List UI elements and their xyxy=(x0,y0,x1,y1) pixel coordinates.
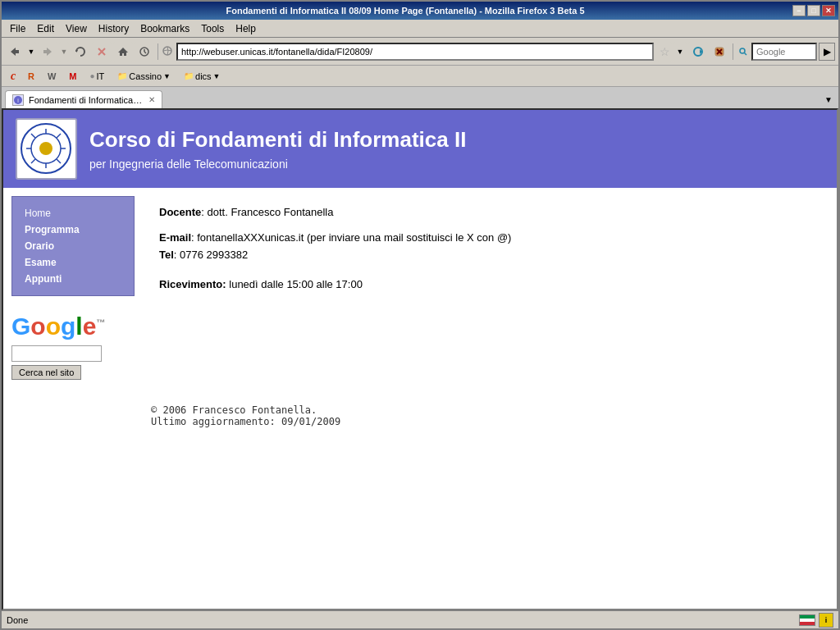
update-text: Ultimo aggiornamento: 09/01/2009 xyxy=(151,416,824,427)
page-main-title: Corso di Fondamenti di Informatica II xyxy=(89,127,466,153)
status-bar: Done i xyxy=(2,610,838,628)
forward-dropdown[interactable]: ▼ xyxy=(59,42,69,62)
bookmark-it[interactable]: ● IT xyxy=(85,70,110,83)
history-button[interactable] xyxy=(135,42,154,62)
maximize-button[interactable]: □ xyxy=(807,5,820,16)
main-content: Docente: dott. Francesco Fontanella E-ma… xyxy=(147,196,829,380)
go-dropdown[interactable]: ▼ xyxy=(673,42,687,62)
svg-point-21 xyxy=(39,142,52,155)
svg-point-15 xyxy=(740,48,745,53)
menu-bar: File Edit View History Bookmarks Tools H… xyxy=(2,20,838,38)
search-go-button[interactable]: ▶ xyxy=(819,43,835,61)
home-button[interactable] xyxy=(113,42,133,62)
search-engine-icon[interactable] xyxy=(737,42,750,62)
tel-label: Tel xyxy=(159,249,174,261)
bookmark-icon-c[interactable]: c xyxy=(7,70,20,83)
address-icon xyxy=(162,45,173,58)
tab-title: Fondamenti di Informatica II 08/0... xyxy=(29,95,144,105)
nav-esame[interactable]: Esame xyxy=(21,254,126,271)
search-input[interactable] xyxy=(751,43,817,61)
minimize-button[interactable]: − xyxy=(792,5,806,16)
svg-marker-5 xyxy=(118,48,128,56)
stop-button[interactable] xyxy=(92,42,112,62)
browser-content: Corso di Fondamenti di Informatica II pe… xyxy=(2,108,838,610)
addon-icon: i xyxy=(819,613,833,628)
email-row: E-mail: fontanellaXXXunicas.it (per invi… xyxy=(159,230,816,264)
nav-orario[interactable]: Orario xyxy=(21,238,126,254)
docente-row: Docente: dott. Francesco Fontanella xyxy=(159,204,816,221)
header-text: Corso di Fondamenti di Informatica II pe… xyxy=(89,127,466,171)
menu-file[interactable]: File xyxy=(5,21,30,36)
google-o2: o xyxy=(46,313,61,340)
page-subtitle: per Ingegneria delle Telecomunicazioni xyxy=(89,158,466,171)
copyright-text: © 2006 Francesco Fontanella. xyxy=(151,404,824,416)
docente-label: Docente xyxy=(159,206,201,218)
google-l: l xyxy=(75,313,82,340)
email-value: fontanellaXXXunicas.it (per inviare una … xyxy=(197,231,511,244)
status-right: i xyxy=(799,613,833,628)
status-text: Done xyxy=(7,615,28,625)
toolbar: ▼ ▼ ☆ ▼ xyxy=(2,38,838,66)
address-input[interactable] xyxy=(176,43,654,61)
nav-home[interactable]: Home xyxy=(21,205,126,221)
bookmark-dics[interactable]: 📁 dics ▼ xyxy=(179,70,225,83)
bookmark-cassino[interactable]: 📁 Cassino ▼ xyxy=(112,70,176,83)
ricevimento-label: Ricevimento: xyxy=(159,278,226,290)
address-bar: ☆ ▼ xyxy=(162,42,687,62)
tab-close-button[interactable]: ✕ xyxy=(148,95,155,104)
bookmark-w[interactable]: W xyxy=(43,70,61,83)
italy-flag xyxy=(799,614,815,626)
docente-value: dott. Francesco Fontanella xyxy=(208,206,334,218)
bookmark-m[interactable]: M xyxy=(64,70,81,83)
sidebar-nav: Home Programma Orario Esame Appunti xyxy=(11,196,135,296)
sidebar: Home Programma Orario Esame Appunti Goog… xyxy=(11,196,135,380)
forward-button[interactable] xyxy=(38,42,57,62)
google-g1: G xyxy=(11,313,30,340)
back-button[interactable] xyxy=(5,42,25,62)
toolbar-separator xyxy=(158,43,158,60)
tab-list-button[interactable]: ▼ xyxy=(822,90,835,108)
menu-edit[interactable]: Edit xyxy=(32,21,59,36)
svg-line-16 xyxy=(745,52,747,55)
bookmark-star[interactable]: ☆ xyxy=(657,42,672,62)
ricevimento-value: lunedì dalle 15:00 alle 17:00 xyxy=(229,278,363,290)
page-content: Corso di Fondamenti di Informatica II pe… xyxy=(3,110,837,609)
bookmarks-bar: c R W M ● IT 📁 Cassino ▼ 📁 dics ▼ xyxy=(2,66,838,87)
bookmark-r[interactable]: R xyxy=(23,70,39,83)
page-header: Corso di Fondamenti di Informatica II pe… xyxy=(3,110,837,188)
reload-button[interactable] xyxy=(71,42,90,62)
toolbar-separator-2 xyxy=(733,43,733,60)
back-dropdown[interactable]: ▼ xyxy=(26,42,36,62)
window-controls: − □ ✕ xyxy=(792,5,835,16)
google-search-input[interactable] xyxy=(11,345,102,362)
nav-programma[interactable]: Programma xyxy=(21,221,126,238)
svg-marker-0 xyxy=(11,48,19,56)
google-tm: ™ xyxy=(96,317,105,327)
email-label: E-mail xyxy=(159,231,191,244)
google-search-button[interactable]: Cerca nel sito xyxy=(11,365,81,380)
menu-history[interactable]: History xyxy=(94,21,134,36)
tel-value: 0776 2993382 xyxy=(180,249,248,261)
ricevimento-row: Ricevimento: lunedì dalle 15:00 alle 17:… xyxy=(159,276,816,294)
window-title: Fondamenti di Informatica II 08/09 Home … xyxy=(18,6,792,16)
close-button[interactable]: ✕ xyxy=(822,5,835,16)
page-footer: © 2006 Francesco Fontanella. Ultimo aggi… xyxy=(3,388,837,444)
search-bar: ▶ xyxy=(737,42,835,62)
stop-x-button[interactable] xyxy=(710,42,729,62)
browser-window: Fondamenti di Informatica II 08/09 Home … xyxy=(0,0,840,630)
menu-bookmarks[interactable]: Bookmarks xyxy=(135,21,194,36)
menu-tools[interactable]: Tools xyxy=(196,21,229,36)
svg-line-8 xyxy=(144,52,146,53)
active-tab[interactable]: i Fondamenti di Informatica II 08/0... ✕ xyxy=(5,90,162,108)
tab-favicon: i xyxy=(12,94,24,106)
title-bar: Fondamenti di Informatica II 08/09 Home … xyxy=(2,2,838,20)
nav-appunti[interactable]: Appunti xyxy=(21,271,126,287)
refresh-cached[interactable] xyxy=(688,42,708,62)
google-o1: o xyxy=(30,313,45,340)
google-g2: g xyxy=(61,313,75,340)
menu-view[interactable]: View xyxy=(61,21,92,36)
google-widget: Google™ Cerca nel sito xyxy=(11,313,135,380)
menu-help[interactable]: Help xyxy=(231,21,261,36)
tab-bar: i Fondamenti di Informatica II 08/0... ✕… xyxy=(2,87,838,108)
svg-marker-1 xyxy=(43,48,52,56)
